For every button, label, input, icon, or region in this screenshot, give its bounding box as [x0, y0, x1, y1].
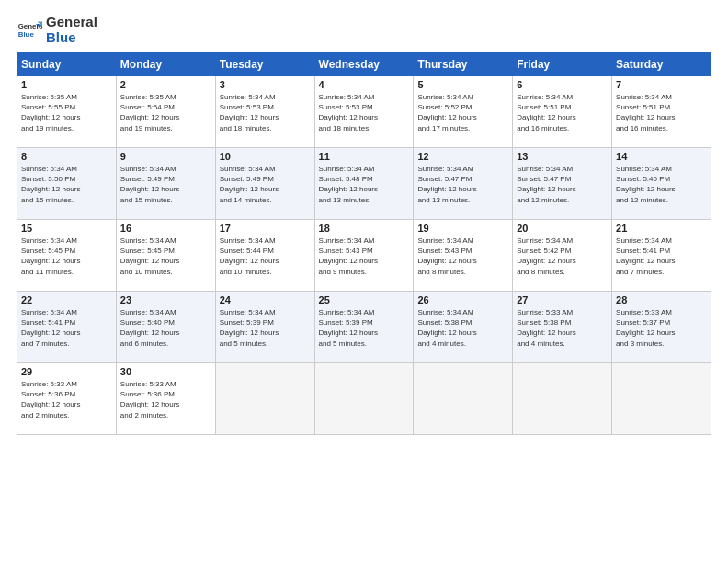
calendar-cell: 2 Sunrise: 5:35 AM Sunset: 5:54 PM Dayli…: [116, 76, 215, 148]
calendar-header-wednesday: Wednesday: [314, 53, 414, 76]
calendar-cell: 27 Sunrise: 5:33 AM Sunset: 5:38 PM Dayl…: [513, 292, 612, 363]
calendar-cell: 8 Sunrise: 5:34 AM Sunset: 5:50 PM Dayli…: [17, 148, 117, 220]
day-number: 22: [21, 294, 112, 305]
calendar-cell: 19 Sunrise: 5:34 AM Sunset: 5:43 PM Dayl…: [414, 220, 513, 292]
calendar-cell: 1 Sunrise: 5:35 AM Sunset: 5:55 PM Dayli…: [17, 76, 117, 148]
cell-info: Sunrise: 5:35 AM Sunset: 5:55 PM Dayligh…: [21, 92, 112, 133]
day-number: 9: [120, 151, 211, 162]
cell-info: Sunrise: 5:34 AM Sunset: 5:44 PM Dayligh…: [220, 236, 311, 277]
cell-info: Sunrise: 5:34 AM Sunset: 5:43 PM Dayligh…: [417, 236, 508, 277]
cell-info: Sunrise: 5:34 AM Sunset: 5:45 PM Dayligh…: [21, 236, 112, 277]
cell-info: Sunrise: 5:34 AM Sunset: 5:40 PM Dayligh…: [120, 307, 211, 349]
logo-text: General Blue: [46, 15, 97, 45]
calendar-cell: 25 Sunrise: 5:34 AM Sunset: 5:39 PM Dayl…: [314, 292, 414, 363]
calendar-cell: 7 Sunrise: 5:34 AM Sunset: 5:51 PM Dayli…: [612, 76, 711, 148]
calendar-cell: 26 Sunrise: 5:34 AM Sunset: 5:38 PM Dayl…: [414, 292, 513, 363]
calendar-week-2: 8 Sunrise: 5:34 AM Sunset: 5:50 PM Dayli…: [17, 148, 711, 220]
day-number: 24: [220, 294, 311, 305]
cell-info: Sunrise: 5:34 AM Sunset: 5:51 PM Dayligh…: [616, 92, 707, 133]
cell-info: Sunrise: 5:34 AM Sunset: 5:49 PM Dayligh…: [220, 164, 311, 205]
cell-info: Sunrise: 5:34 AM Sunset: 5:47 PM Dayligh…: [517, 164, 608, 205]
cell-info: Sunrise: 5:34 AM Sunset: 5:45 PM Dayligh…: [120, 236, 211, 277]
cell-info: Sunrise: 5:34 AM Sunset: 5:38 PM Dayligh…: [417, 307, 508, 349]
cell-info: Sunrise: 5:34 AM Sunset: 5:48 PM Dayligh…: [319, 164, 410, 205]
calendar-cell: 9 Sunrise: 5:34 AM Sunset: 5:49 PM Dayli…: [116, 148, 215, 220]
calendar-cell: 3 Sunrise: 5:34 AM Sunset: 5:53 PM Dayli…: [215, 76, 314, 148]
day-number: 13: [517, 151, 608, 162]
day-number: 16: [120, 223, 211, 234]
day-number: 27: [517, 294, 608, 305]
day-number: 25: [319, 294, 410, 305]
calendar-week-5: 29 Sunrise: 5:33 AM Sunset: 5:36 PM Dayl…: [17, 363, 711, 435]
day-number: 12: [417, 151, 508, 162]
cell-info: Sunrise: 5:34 AM Sunset: 5:50 PM Dayligh…: [21, 164, 112, 205]
calendar-header-thursday: Thursday: [414, 53, 513, 76]
cell-info: Sunrise: 5:34 AM Sunset: 5:43 PM Dayligh…: [319, 236, 410, 277]
calendar-header-monday: Monday: [116, 53, 215, 76]
calendar-cell: 13 Sunrise: 5:34 AM Sunset: 5:47 PM Dayl…: [513, 148, 612, 220]
calendar-cell: 17 Sunrise: 5:34 AM Sunset: 5:44 PM Dayl…: [215, 220, 314, 292]
cell-info: Sunrise: 5:34 AM Sunset: 5:49 PM Dayligh…: [120, 164, 211, 205]
day-number: 21: [616, 223, 707, 234]
day-number: 17: [220, 223, 311, 234]
calendar-body: 1 Sunrise: 5:35 AM Sunset: 5:55 PM Dayli…: [17, 76, 711, 435]
calendar-cell: [414, 363, 513, 435]
day-number: 2: [120, 79, 211, 90]
day-number: 1: [21, 79, 112, 90]
cell-info: Sunrise: 5:34 AM Sunset: 5:39 PM Dayligh…: [319, 307, 410, 349]
calendar-week-1: 1 Sunrise: 5:35 AM Sunset: 5:55 PM Dayli…: [17, 76, 711, 148]
cell-info: Sunrise: 5:34 AM Sunset: 5:51 PM Dayligh…: [517, 92, 608, 133]
page: General Blue General Blue SundayMondayTu…: [0, 0, 728, 563]
cell-info: Sunrise: 5:34 AM Sunset: 5:47 PM Dayligh…: [417, 164, 508, 205]
day-number: 28: [616, 294, 707, 305]
calendar-header-friday: Friday: [513, 53, 612, 76]
calendar-cell: [314, 363, 414, 435]
cell-info: Sunrise: 5:34 AM Sunset: 5:41 PM Dayligh…: [21, 307, 112, 349]
svg-text:Blue: Blue: [18, 30, 35, 39]
day-number: 14: [616, 151, 707, 162]
day-number: 5: [417, 79, 508, 90]
calendar-cell: 30 Sunrise: 5:33 AM Sunset: 5:36 PM Dayl…: [116, 363, 215, 435]
calendar-cell: 14 Sunrise: 5:34 AM Sunset: 5:46 PM Dayl…: [612, 148, 711, 220]
calendar-cell: 18 Sunrise: 5:34 AM Sunset: 5:43 PM Dayl…: [314, 220, 414, 292]
calendar-cell: 21 Sunrise: 5:34 AM Sunset: 5:41 PM Dayl…: [612, 220, 711, 292]
calendar-cell: 28 Sunrise: 5:33 AM Sunset: 5:37 PM Dayl…: [612, 292, 711, 363]
calendar-header-row: SundayMondayTuesdayWednesdayThursdayFrid…: [17, 53, 711, 76]
calendar-cell: 5 Sunrise: 5:34 AM Sunset: 5:52 PM Dayli…: [414, 76, 513, 148]
logo: General Blue General Blue: [17, 15, 97, 45]
cell-info: Sunrise: 5:34 AM Sunset: 5:53 PM Dayligh…: [220, 92, 311, 133]
logo-icon: General Blue: [17, 17, 42, 43]
calendar-cell: 15 Sunrise: 5:34 AM Sunset: 5:45 PM Dayl…: [17, 220, 117, 292]
calendar-cell: 12 Sunrise: 5:34 AM Sunset: 5:47 PM Dayl…: [414, 148, 513, 220]
calendar-cell: 22 Sunrise: 5:34 AM Sunset: 5:41 PM Dayl…: [17, 292, 117, 363]
calendar-cell: 6 Sunrise: 5:34 AM Sunset: 5:51 PM Dayli…: [513, 76, 612, 148]
calendar-cell: 11 Sunrise: 5:34 AM Sunset: 5:48 PM Dayl…: [314, 148, 414, 220]
cell-info: Sunrise: 5:34 AM Sunset: 5:46 PM Dayligh…: [616, 164, 707, 205]
calendar-cell: 23 Sunrise: 5:34 AM Sunset: 5:40 PM Dayl…: [116, 292, 215, 363]
calendar-cell: 10 Sunrise: 5:34 AM Sunset: 5:49 PM Dayl…: [215, 148, 314, 220]
calendar-header-saturday: Saturday: [612, 53, 711, 76]
calendar-cell: [513, 363, 612, 435]
day-number: 19: [417, 223, 508, 234]
calendar-cell: 29 Sunrise: 5:33 AM Sunset: 5:36 PM Dayl…: [17, 363, 117, 435]
day-number: 11: [319, 151, 410, 162]
calendar-cell: [612, 363, 711, 435]
header: General Blue General Blue: [17, 15, 711, 45]
day-number: 23: [120, 294, 211, 305]
day-number: 3: [220, 79, 311, 90]
day-number: 26: [417, 294, 508, 305]
day-number: 6: [517, 79, 608, 90]
day-number: 30: [120, 366, 211, 377]
calendar-cell: 16 Sunrise: 5:34 AM Sunset: 5:45 PM Dayl…: [116, 220, 215, 292]
cell-info: Sunrise: 5:34 AM Sunset: 5:52 PM Dayligh…: [417, 92, 508, 133]
day-number: 4: [319, 79, 410, 90]
cell-info: Sunrise: 5:34 AM Sunset: 5:42 PM Dayligh…: [517, 236, 608, 277]
cell-info: Sunrise: 5:33 AM Sunset: 5:37 PM Dayligh…: [616, 307, 707, 349]
day-number: 7: [616, 79, 707, 90]
day-number: 20: [517, 223, 608, 234]
day-number: 8: [21, 151, 112, 162]
calendar-header-tuesday: Tuesday: [215, 53, 314, 76]
cell-info: Sunrise: 5:33 AM Sunset: 5:36 PM Dayligh…: [21, 379, 112, 420]
day-number: 10: [220, 151, 311, 162]
calendar-week-4: 22 Sunrise: 5:34 AM Sunset: 5:41 PM Dayl…: [17, 292, 711, 363]
